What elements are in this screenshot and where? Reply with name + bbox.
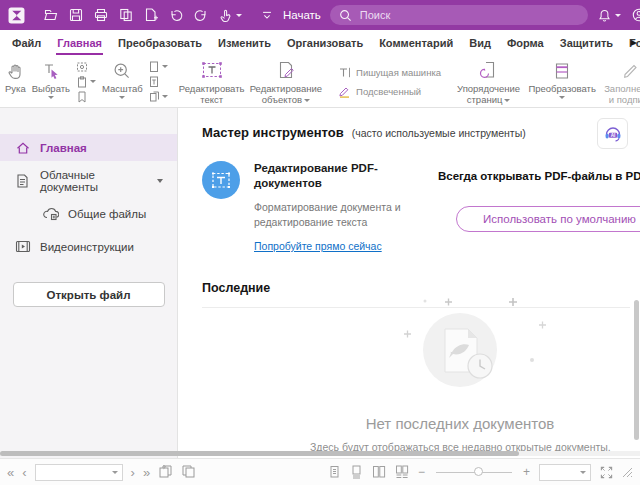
sidebar-item-shared-files[interactable]: Общие файлы: [0, 200, 177, 227]
convert-button[interactable]: Преобразовать: [529, 56, 595, 107]
page-number-input[interactable]: [40, 466, 109, 479]
fit-width-button[interactable]: [149, 76, 168, 88]
resize-grip[interactable]: [622, 467, 633, 478]
zoom-magnifier-icon: [112, 60, 132, 81]
last-page-button[interactable]: »: [143, 466, 150, 479]
vertical-scrollbar[interactable]: [634, 300, 639, 440]
hand-tool-button[interactable]: Рука: [2, 56, 29, 107]
customize-toolbar-icon[interactable]: [260, 8, 274, 22]
caret-down-icon: [504, 99, 510, 102]
caret-down-icon[interactable]: [580, 471, 586, 474]
previous-view-button[interactable]: [158, 465, 173, 479]
sidebar-item-cloud-documents[interactable]: Облачные документы: [0, 167, 177, 194]
previous-page-button[interactable]: ‹: [22, 466, 26, 479]
try-now-link[interactable]: Попробуйте прямо сейчас: [254, 240, 382, 252]
zoom-slider[interactable]: [436, 472, 512, 473]
search-box[interactable]: [330, 5, 588, 25]
menu-comment[interactable]: Комментарий: [371, 30, 461, 56]
tool-card-description: Форматирование документа и редактировани…: [254, 200, 426, 229]
sidebar-item-home[interactable]: Главная: [0, 134, 177, 161]
undo-icon[interactable]: [168, 7, 184, 23]
menu-home[interactable]: Главная: [49, 30, 110, 56]
next-page-button[interactable]: ›: [131, 466, 135, 479]
fill-sign-button[interactable]: Заполнение и подпись: [601, 56, 640, 107]
edit-pdf-card-icon: [202, 161, 240, 254]
recent-section-title: Последние: [202, 281, 640, 295]
highlight-button[interactable]: Подсвеченный: [338, 85, 441, 98]
facing-view-button[interactable]: [372, 465, 386, 479]
continuous-view-button[interactable]: [350, 465, 363, 479]
next-view-button[interactable]: [181, 465, 196, 479]
edit-text-button[interactable]: Редактировать текст: [177, 56, 247, 107]
account-button[interactable]: [631, 7, 640, 23]
clipboard-button[interactable]: [76, 76, 96, 88]
foxit-logo-icon: [8, 7, 25, 24]
zoom-level-input[interactable]: [544, 466, 577, 479]
notifications-button[interactable]: [597, 8, 621, 23]
caret-down-icon[interactable]: [157, 179, 163, 183]
select-tool-button[interactable]: Выбрать: [29, 56, 73, 107]
zoom-out-button[interactable]: −: [418, 466, 425, 478]
rotate-view-button[interactable]: [149, 91, 168, 103]
ai-assistant-button[interactable]: AI: [597, 118, 628, 149]
touch-mode-button[interactable]: [218, 8, 242, 23]
sidebar-item-label: Главная: [40, 142, 87, 154]
open-file-icon[interactable]: [43, 7, 59, 23]
menu-organize[interactable]: Организовать: [279, 30, 371, 56]
menu-overflow-icon[interactable]: ▶: [631, 38, 637, 47]
sidebar-item-video-tutorials[interactable]: Видеоинструкции: [0, 233, 177, 260]
first-page-button[interactable]: «: [7, 466, 14, 479]
snapshot-button[interactable]: [76, 61, 96, 73]
sidebar-item-label: Общие файлы: [68, 208, 146, 220]
facing-continuous-view-button[interactable]: [395, 465, 409, 479]
caret-down-icon: [615, 14, 621, 17]
search-input[interactable]: [358, 8, 579, 22]
zoom-tool-button[interactable]: Масштаб: [99, 56, 146, 107]
menu-convert[interactable]: Преобразовать: [110, 30, 210, 56]
menu-protect[interactable]: Защитить: [552, 30, 621, 56]
titlebar: Начать: [0, 0, 640, 30]
organize-pages-label-text: Упорядочение страниц: [457, 83, 520, 105]
zoom-in-button[interactable]: +: [523, 466, 530, 478]
zoom-level-box[interactable]: [539, 464, 591, 481]
single-page-view-button[interactable]: [328, 465, 341, 479]
edit-objects-label: Редактирование объектов: [250, 83, 322, 105]
redo-icon[interactable]: [193, 7, 209, 23]
menu-file[interactable]: Файл: [4, 30, 49, 56]
fullscreen-button[interactable]: [600, 466, 613, 479]
zoom-tool-label: Масштаб: [102, 83, 143, 94]
tool-card-title: Редактирование PDF-документов: [254, 161, 426, 191]
save-icon[interactable]: [68, 7, 84, 23]
convert-doc-icon[interactable]: [118, 7, 134, 23]
caret-down-icon[interactable]: [112, 471, 118, 474]
default-app-heading: Всегда открывать PDF-файлы в PDF Editor: [438, 170, 640, 182]
tab-start[interactable]: Начать: [283, 9, 321, 21]
horizontal-scrollbar-track[interactable]: [0, 451, 640, 456]
edit-pdf-tool-card[interactable]: Редактирование PDF-документов Форматиров…: [202, 161, 432, 254]
page-fit-tools-group: [146, 56, 171, 107]
bookmark-button[interactable]: [76, 91, 96, 103]
zoom-slider-thumb[interactable]: [474, 467, 483, 476]
menu-edit[interactable]: Изменить: [210, 30, 279, 56]
organize-pages-button[interactable]: Упорядочение страниц: [454, 56, 523, 107]
default-app-prompt: Всегда открывать PDF-файлы в PDF Editor …: [438, 170, 640, 232]
new-document-icon[interactable]: [143, 7, 159, 23]
page-number-box[interactable]: [35, 464, 123, 481]
set-default-button[interactable]: Использовать по умолчанию: [456, 206, 640, 232]
caret-down-icon: [236, 14, 242, 17]
open-file-button[interactable]: Открыть файл: [13, 282, 165, 307]
hand-icon: [5, 60, 25, 81]
caret-down-icon: [119, 96, 125, 99]
ai-headset-icon: AI: [602, 123, 624, 145]
typewriter-button[interactable]: Пишущая машинка: [338, 66, 441, 79]
menu-form[interactable]: Форма: [499, 30, 552, 56]
fill-sign-icon: [621, 60, 640, 81]
menu-view[interactable]: Вид: [461, 30, 499, 56]
edit-objects-label-text: Редактирование объектов: [250, 83, 322, 105]
edit-objects-button[interactable]: Редактирование объектов: [247, 56, 325, 107]
horizontal-scrollbar-thumb[interactable]: [0, 451, 519, 456]
sidebar-item-label: Видеоинструкции: [40, 241, 134, 253]
print-icon[interactable]: [93, 7, 109, 23]
touch-hand-icon: [218, 8, 233, 23]
fit-page-button[interactable]: [149, 61, 168, 73]
